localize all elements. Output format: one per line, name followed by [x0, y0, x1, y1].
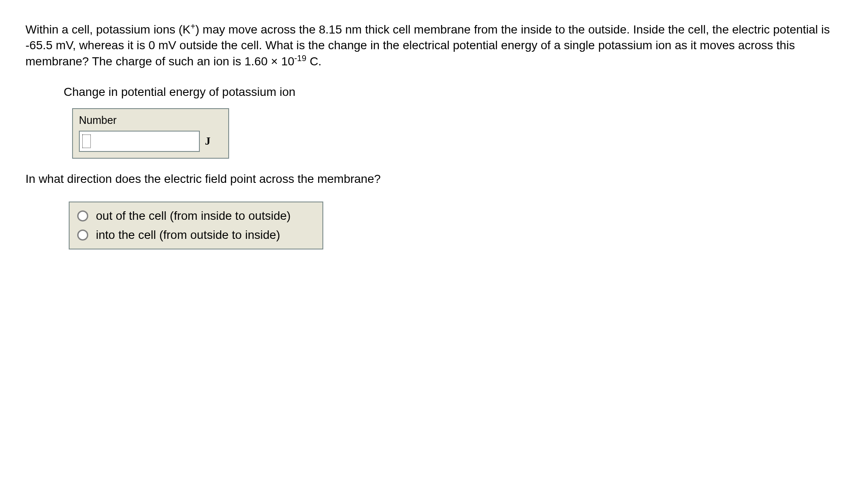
number-box-label: Number — [79, 113, 222, 127]
unit-label: J — [205, 134, 210, 148]
radio-label-1: out of the cell (from inside to outside) — [96, 208, 291, 224]
input-cursor — [82, 134, 91, 148]
radio-row-2[interactable]: into the cell (from outside to inside) — [77, 226, 315, 244]
question-2-text: In what direction does the electric fiel… — [25, 171, 843, 187]
input-row: J — [79, 131, 222, 152]
radio-row-1[interactable]: out of the cell (from inside to outside) — [77, 207, 315, 225]
question-superscript1: + — [190, 22, 195, 31]
question-superscript2: -19 — [294, 53, 306, 63]
radio-options-box: out of the cell (from inside to outside)… — [69, 202, 323, 249]
number-input[interactable] — [79, 131, 200, 152]
question-text: Within a cell, potassium ions (K+) may m… — [25, 21, 843, 70]
radio-button-1[interactable] — [77, 210, 88, 221]
question-part1: Within a cell, potassium ions (K — [25, 23, 190, 36]
radio-button-2[interactable] — [77, 230, 88, 241]
number-input-box: Number J — [72, 108, 229, 159]
input-section-label: Change in potential energy of potassium … — [64, 84, 843, 100]
radio-label-2: into the cell (from outside to inside) — [96, 227, 280, 243]
question-part3: C. — [306, 55, 322, 68]
